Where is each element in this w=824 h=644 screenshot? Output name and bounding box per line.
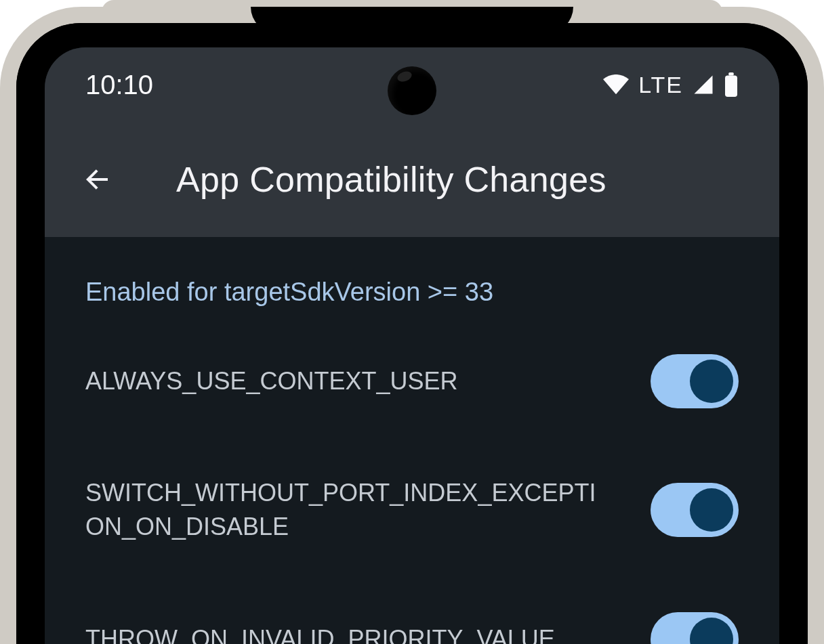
camera-punch-hole [388, 66, 436, 115]
device-speaker-notch [251, 7, 573, 34]
compat-change-label: THROW_ON_INVALID_PRIORITY_VALUE [85, 622, 555, 644]
svg-rect-1 [725, 76, 737, 98]
app-bar: App Compatibility Changes [45, 122, 779, 237]
status-icons: LTE [603, 72, 739, 98]
toggle-switch[interactable] [651, 612, 739, 644]
compat-change-row[interactable]: SWITCH_WITHOUT_PORT_INDEX_EXCEPTION_ON_D… [85, 476, 739, 544]
status-time: 10:10 [85, 70, 153, 100]
wifi-icon [603, 74, 629, 95]
toggle-switch[interactable] [651, 354, 739, 408]
page-title: App Compatibility Changes [176, 159, 606, 200]
device-mockup: 10:10 LTE [0, 0, 824, 644]
section-header: Enabled for targetSdkVersion >= 33 [85, 278, 739, 307]
phone-screen: 10:10 LTE [45, 47, 779, 644]
device-side-button [819, 440, 824, 603]
back-arrow-icon [81, 163, 113, 196]
compat-change-row[interactable]: THROW_ON_INVALID_PRIORITY_VALUE [85, 612, 739, 644]
compat-change-row[interactable]: ALWAYS_USE_CONTEXT_USER [85, 354, 739, 408]
signal-icon [693, 74, 714, 95]
toggle-switch[interactable] [651, 483, 739, 537]
network-type-label: LTE [638, 72, 683, 98]
back-button[interactable] [79, 161, 115, 198]
settings-list[interactable]: Enabled for targetSdkVersion >= 33 ALWAY… [45, 237, 779, 644]
battery-icon [724, 72, 739, 97]
compat-change-label: SWITCH_WITHOUT_PORT_INDEX_EXCEPTION_ON_D… [85, 476, 600, 544]
svg-rect-0 [728, 72, 734, 76]
compat-change-label: ALWAYS_USE_CONTEXT_USER [85, 364, 457, 398]
